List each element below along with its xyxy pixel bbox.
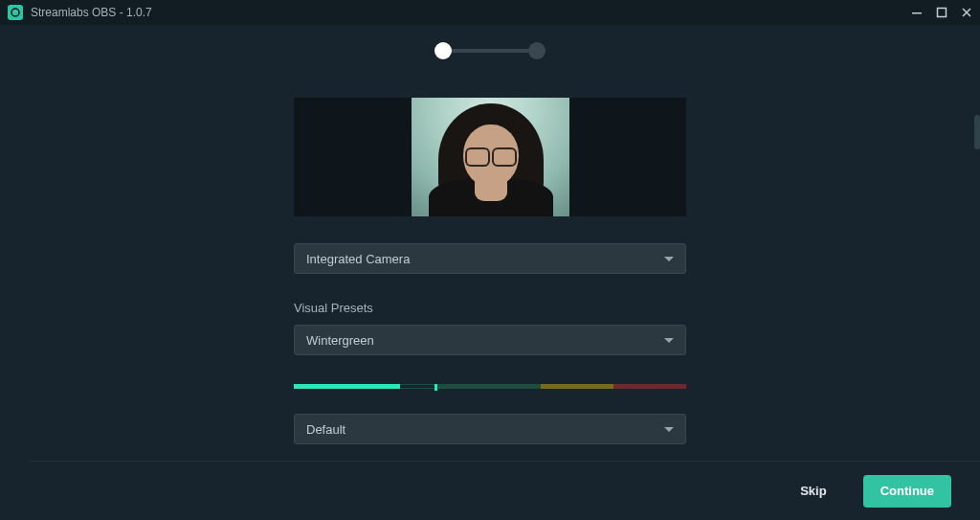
step-dot-1 xyxy=(434,42,452,59)
scrollbar-thumb[interactable] xyxy=(974,115,980,149)
chevron-down-icon xyxy=(664,427,674,432)
step-line xyxy=(452,49,528,53)
titlebar: Streamlabs OBS - 1.0.7 xyxy=(0,0,980,25)
skip-button[interactable]: Skip xyxy=(783,475,843,508)
camera-select[interactable]: Integrated Camera xyxy=(294,243,686,274)
svg-point-0 xyxy=(11,9,19,16)
app-title: Streamlabs OBS - 1.0.7 xyxy=(31,6,152,19)
camera-select-value: Integrated Camera xyxy=(306,252,410,266)
minimize-button[interactable] xyxy=(911,7,923,18)
app-icon xyxy=(8,5,23,20)
maximize-button[interactable] xyxy=(936,7,947,18)
visual-preset-select[interactable]: Wintergreen xyxy=(294,325,686,355)
progress-stepper xyxy=(0,42,980,59)
webcam-preview xyxy=(412,98,569,216)
visual-preset-value: Wintergreen xyxy=(306,333,374,348)
close-button[interactable] xyxy=(961,7,972,18)
svg-rect-2 xyxy=(938,9,947,17)
microphone-select-value: Default xyxy=(306,422,345,437)
meter-segment-green xyxy=(435,384,542,389)
footer: Skip Continue xyxy=(0,462,980,520)
chevron-down-icon xyxy=(664,338,674,343)
chevron-down-icon xyxy=(664,257,674,261)
meter-segment-peak xyxy=(400,384,435,389)
meter-segment-active xyxy=(294,384,400,389)
continue-button[interactable]: Continue xyxy=(863,475,951,508)
setup-content: Integrated Camera Visual Presets Winterg… xyxy=(294,98,686,444)
meter-segment-yellow xyxy=(541,384,613,389)
continue-button-label: Continue xyxy=(880,484,934,498)
visual-presets-label: Visual Presets xyxy=(294,301,686,315)
skip-button-label: Skip xyxy=(800,484,826,498)
step-dot-2 xyxy=(528,42,546,59)
window-controls xyxy=(911,7,972,18)
webcam-preview-frame xyxy=(294,98,686,216)
meter-segment-red xyxy=(613,384,686,389)
microphone-select[interactable]: Default xyxy=(294,414,686,444)
audio-level-meter xyxy=(294,384,686,389)
svg-rect-1 xyxy=(912,12,922,14)
